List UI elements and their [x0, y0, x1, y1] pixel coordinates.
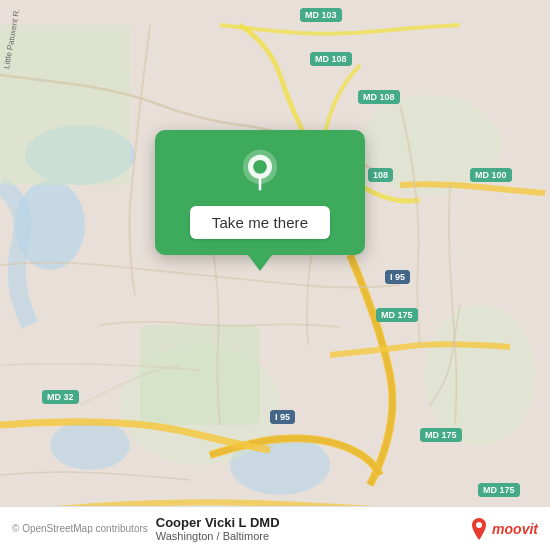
road-badge-md108a: MD 108: [310, 52, 352, 66]
location-pin-icon: [236, 148, 284, 196]
road-badge-md103: MD 103: [300, 8, 342, 22]
road-badge-md175c: MD 175: [478, 483, 520, 497]
svg-point-2: [50, 420, 130, 470]
map-container: MD 103 MD 108 MD 108 108 MD 100 I 95 MD …: [0, 0, 550, 550]
road-badge-md100: MD 100: [470, 168, 512, 182]
popup-card: Take me there: [155, 130, 365, 255]
road-badge-i95b: I 95: [270, 410, 295, 424]
road-badge-md108b: MD 108: [358, 90, 400, 104]
svg-rect-4: [0, 25, 130, 185]
moovit-text: moovit: [492, 521, 538, 537]
svg-point-12: [476, 522, 482, 528]
road-badge-md175b: MD 175: [420, 428, 462, 442]
road-badge-108c: 108: [368, 168, 393, 182]
road-badge-md175a: MD 175: [376, 308, 418, 322]
place-name: Cooper Vicki L DMD: [156, 515, 280, 530]
road-badge-md32: MD 32: [42, 390, 79, 404]
bottom-bar: © OpenStreetMap contributors Cooper Vick…: [0, 506, 550, 550]
take-me-there-button[interactable]: Take me there: [190, 206, 330, 239]
svg-rect-8: [140, 325, 260, 425]
place-location: Washington / Baltimore: [156, 530, 269, 542]
svg-point-7: [425, 305, 535, 445]
osm-attribution: © OpenStreetMap contributors: [12, 523, 148, 534]
moovit-pin-icon: [470, 518, 488, 540]
place-info: Cooper Vicki L DMD Washington / Baltimor…: [156, 515, 470, 542]
road-badge-i95a: I 95: [385, 270, 410, 284]
map-roads: [0, 0, 550, 550]
svg-point-11: [253, 160, 267, 174]
moovit-logo: moovit: [470, 518, 538, 540]
